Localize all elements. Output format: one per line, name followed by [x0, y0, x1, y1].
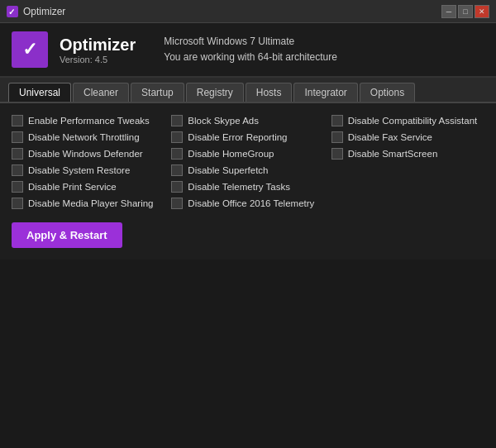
- main-content: Enable Performance TweaksBlock Skype Ads…: [0, 103, 496, 260]
- maximize-button[interactable]: □: [458, 5, 473, 18]
- app-name: Optimizer: [60, 36, 136, 55]
- option-item: Enable Performance Tweaks: [12, 115, 165, 126]
- option-label: Disable SmartScreen: [348, 149, 438, 159]
- option-label: Disable Fax Service: [348, 132, 432, 142]
- option-checkbox-disable-fax-service[interactable]: [331, 131, 343, 143]
- option-label: Disable Superfetch: [188, 165, 268, 175]
- option-label: Disable HomeGroup: [188, 149, 274, 159]
- minimize-button[interactable]: ─: [441, 5, 456, 18]
- option-label: Disable Telemetry Tasks: [188, 182, 290, 192]
- option-checkbox-disable-telemetry-tasks[interactable]: [171, 181, 183, 193]
- option-item: Disable Error Reporting: [171, 131, 324, 143]
- option-item: Disable System Restore: [12, 164, 165, 176]
- tab-startup[interactable]: Startup: [131, 83, 184, 102]
- info-line2: You are working with 64-bit architecture: [164, 50, 337, 65]
- option-label: Disable Office 2016 Telemetry: [188, 198, 314, 208]
- tab-integrator[interactable]: Integrator: [293, 83, 357, 102]
- app-info: Microsoft Windows 7 Ultimate You are wor…: [164, 34, 337, 65]
- option-checkbox-disable-print-service[interactable]: [12, 181, 23, 193]
- option-item: Disable Network Throttling: [12, 131, 165, 143]
- apply-restart-button[interactable]: Apply & Restart: [12, 222, 122, 248]
- option-checkbox-disable-media-player-sharing[interactable]: [12, 198, 23, 209]
- app-icon: ✓: [7, 6, 18, 17]
- tab-universal[interactable]: Universal: [8, 83, 71, 102]
- option-item: Disable Compatibility Assistant: [331, 115, 484, 126]
- option-label: Enable Performance Tweaks: [28, 116, 150, 126]
- app-version: Version: 4.5: [60, 55, 136, 64]
- info-line1: Microsoft Windows 7 Ultimate: [164, 34, 337, 50]
- option-checkbox-disable-error-reporting[interactable]: [171, 131, 183, 143]
- option-checkbox-disable-network-throttling[interactable]: [12, 131, 23, 143]
- tab-registry[interactable]: Registry: [186, 83, 244, 102]
- option-checkbox-disable-office-2016-telemetry[interactable]: [171, 198, 183, 209]
- option-label: Disable Print Service: [28, 182, 117, 192]
- app-header: ✓ Optimizer Version: 4.5 Microsoft Windo…: [0, 23, 496, 78]
- option-label: Disable Compatibility Assistant: [348, 116, 478, 126]
- option-item: Disable Media Player Sharing: [12, 198, 165, 209]
- option-item: Disable Office 2016 Telemetry: [171, 198, 324, 209]
- option-label: Disable Windows Defender: [28, 149, 143, 159]
- option-item: [331, 181, 484, 193]
- option-label: Disable System Restore: [28, 165, 130, 175]
- title-bar-text: Optimizer: [23, 6, 65, 17]
- option-item: Block Skype Ads: [171, 115, 324, 126]
- option-checkbox-disable-superfetch[interactable]: [171, 164, 183, 176]
- option-label: Disable Media Player Sharing: [28, 198, 154, 208]
- option-checkbox-block-skype-ads[interactable]: [171, 115, 183, 126]
- title-bar: ✓ Optimizer ─ □ ✕: [0, 0, 496, 23]
- app-title-block: Optimizer Version: 4.5: [60, 36, 136, 64]
- options-grid: Enable Performance TweaksBlock Skype Ads…: [12, 115, 484, 209]
- option-item: Disable Telemetry Tasks: [171, 181, 324, 193]
- option-checkbox-disable-smartscreen[interactable]: [331, 148, 343, 160]
- option-checkbox-enable-performance-tweaks[interactable]: [12, 115, 23, 126]
- logo-checkmark: ✓: [22, 39, 37, 60]
- tab-options[interactable]: Options: [360, 83, 415, 102]
- window-controls: ─ □ ✕: [441, 5, 489, 18]
- svg-text:✓: ✓: [8, 7, 15, 17]
- option-checkbox-disable-compatibility-assistant[interactable]: [331, 115, 343, 126]
- app-logo: ✓: [12, 31, 48, 68]
- option-item: Disable Superfetch: [171, 164, 324, 176]
- option-item: [331, 198, 484, 209]
- option-item: Disable Print Service: [12, 181, 165, 193]
- option-checkbox-disable-system-restore[interactable]: [12, 164, 23, 176]
- option-label: Disable Network Throttling: [28, 132, 140, 142]
- option-checkbox-disable-windows-defender[interactable]: [12, 148, 23, 160]
- option-checkbox-disable-homegroup[interactable]: [171, 148, 183, 160]
- option-item: Disable Windows Defender: [12, 148, 165, 160]
- tab-cleaner[interactable]: Cleaner: [73, 83, 129, 102]
- tab-bar: Universal Cleaner Startup Registry Hosts…: [0, 78, 496, 103]
- option-item: [331, 164, 484, 176]
- option-item: Disable HomeGroup: [171, 148, 324, 160]
- tab-hosts[interactable]: Hosts: [246, 83, 293, 102]
- option-label: Block Skype Ads: [188, 116, 259, 126]
- close-button[interactable]: ✕: [475, 5, 489, 18]
- option-label: Disable Error Reporting: [188, 132, 287, 142]
- option-item: Disable SmartScreen: [331, 148, 484, 160]
- option-item: Disable Fax Service: [331, 131, 484, 143]
